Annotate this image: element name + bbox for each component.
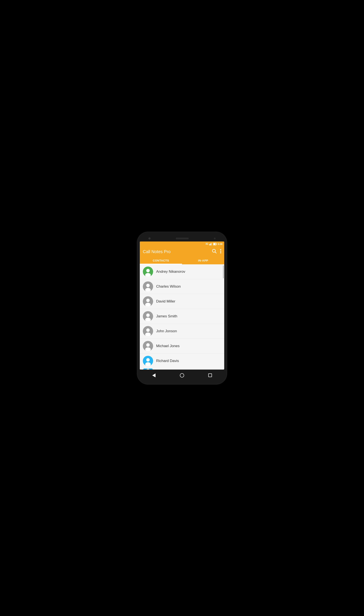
svg-point-13 [146,269,150,272]
overflow-menu-icon [220,249,221,253]
search-icon [212,249,217,254]
back-button[interactable] [150,371,158,379]
signal-icon [209,243,212,245]
svg-point-31 [146,358,150,362]
contact-name: David Miller [156,299,175,303]
sensor [214,238,216,239]
avatar [143,356,153,366]
home-icon [180,373,184,378]
avatar [143,326,153,336]
svg-rect-0 [209,244,210,245]
contact-name: Richard Davis [156,359,179,363]
status-icons: 3G 6:08 [206,243,222,245]
svg-rect-2 [211,243,211,245]
search-button[interactable] [212,249,217,255]
svg-point-19 [146,299,150,302]
home-button[interactable] [178,371,186,379]
contact-item[interactable]: James Smith [140,309,224,324]
contact-item[interactable] [140,369,224,370]
contact-item[interactable]: Charles Wilson [140,279,224,294]
tab-contacts[interactable]: CONTACTS [140,257,182,264]
svg-rect-5 [216,243,217,245]
contact-name: Michael Jones [156,344,180,348]
status-time: 6:08 [218,243,222,245]
contact-item[interactable]: David Miller [140,294,224,309]
app-bar: Call Notes Pro [140,247,224,257]
avatar [143,369,153,370]
svg-point-11 [220,252,221,253]
contact-item[interactable]: Michael Jones [140,339,224,354]
svg-point-22 [146,314,150,317]
recents-icon [208,373,212,377]
network-indicator: 3G [206,243,208,245]
svg-point-25 [146,328,150,332]
recents-button[interactable] [206,371,214,379]
front-camera [148,237,151,240]
scroll-indicator [223,265,224,278]
svg-point-28 [146,343,150,347]
svg-rect-1 [210,244,210,245]
svg-line-8 [215,252,216,253]
back-icon [152,373,156,377]
svg-point-9 [220,249,221,250]
phone-nav-bar [140,370,224,381]
contact-item[interactable]: Andrey Nikanorov [140,264,224,279]
avatar [143,311,153,321]
contact-name: John Jonson [156,329,177,333]
svg-point-10 [220,250,221,252]
contact-item[interactable]: Richard Davis [140,354,224,369]
tab-inapp[interactable]: IN-APP [182,257,224,264]
contacts-list: Andrey Nikanorov Charles Wilson [140,264,224,370]
app-title: Call Notes Pro [143,249,170,254]
earpiece-speaker [176,238,189,239]
avatar [143,341,153,351]
overflow-menu-button[interactable] [220,249,221,254]
phone-device: 3G 6:08 Call Notes Pro [137,232,227,385]
avatar [143,266,153,277]
avatar [143,281,153,292]
phone-top-hardware [140,235,224,242]
svg-rect-3 [211,243,212,245]
contact-name: Andrey Nikanorov [156,270,185,274]
battery-icon [213,243,217,245]
contact-name: Charles Wilson [156,284,181,289]
avatar [143,296,153,307]
contact-item[interactable]: John Jonson [140,324,224,339]
tabs-bar: CONTACTS IN-APP [140,257,224,264]
contact-name: James Smith [156,314,177,318]
app-bar-actions [212,249,221,255]
phone-screen: 3G 6:08 Call Notes Pro [140,242,224,370]
svg-point-16 [146,284,150,287]
status-bar: 3G 6:08 [140,242,224,247]
svg-rect-6 [213,243,215,245]
